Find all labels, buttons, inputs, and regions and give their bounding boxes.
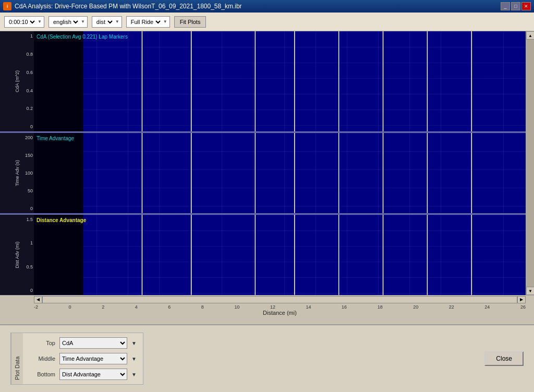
svg-rect-10 [34,133,526,213]
top-plot-label: Top [29,340,55,346]
x-axis-ticks: -2 0 2 4 6 8 10 12 14 16 18 20 22 24 26 [34,303,526,310]
x-tick-18: 18 [378,304,383,310]
unit-select[interactable]: english [51,18,80,26]
dist-tick-0: 0 [30,288,33,293]
window-controls: _ □ ✕ [501,2,531,10]
scroll-right-button[interactable]: ▶ [517,296,526,303]
x-tick-10: 10 [234,304,239,310]
plot-data-label: Plot Data [11,333,23,384]
time-dropdown[interactable]: 0:00:10 ▼ [4,16,44,28]
time-y-label: Time Adv (s) [15,160,20,186]
svg-rect-29 [34,215,83,295]
bottom-plot-row: Bottom CdA Time Advantage Dist Advantage… [29,369,137,380]
axis-dropdown-arrow: ▼ [115,19,119,24]
bottom-dropdown-arrow: ▼ [131,372,137,377]
cda-tick-02: 0.2 [26,106,33,111]
dist-y-axis: Dist Adv (mi) 1.5 1 0.5 0 [0,215,34,295]
cda-chart-row: CdA (m^2) 1 0.8 0.6 0.4 0.2 0 [0,31,526,131]
x-tick-12: 12 [270,304,275,310]
middle-plot-row: Middle CdA Time Advantage Dist Advantage… [29,353,137,364]
axis-select[interactable]: dist [94,18,114,26]
dist-tick-15: 1.5 [26,217,33,222]
app-icon: i [3,2,11,10]
x-axis-ticks-row: -2 0 2 4 6 8 10 12 14 16 18 20 22 24 26 [0,303,534,310]
scroll-thumb[interactable] [526,40,534,287]
time-chart-svg: Time Advantage [34,133,526,213]
minimize-button[interactable]: _ [501,2,510,10]
x-tick--2: -2 [34,304,38,310]
x-tick-24: 24 [484,304,490,310]
cda-chart-canvas[interactable]: CdA (Selection Avg 0.221) Lap Markers [34,31,526,131]
toolbar: 0:00:10 ▼ english ▼ dist ▼ Full Ride ▼ F… [0,13,534,31]
cda-chart-svg: CdA (Selection Avg 0.221) Lap Markers [34,31,526,131]
unit-dropdown-arrow: ▼ [81,19,85,24]
window-close-button[interactable]: ✕ [521,2,531,10]
middle-dropdown-arrow: ▼ [131,356,137,362]
range-select[interactable]: Full Ride [129,18,162,26]
top-plot-select[interactable]: CdA Time Advantage Dist Advantage [59,337,127,349]
x-tick-4: 4 [135,304,138,310]
bottom-panel: Plot Data Top CdA Time Advantage Dist Ad… [0,324,534,392]
top-dropdown-arrow: ▼ [131,340,137,346]
x-tick-16: 16 [342,304,347,310]
scroll-left-button[interactable]: ◀ [34,296,42,303]
time-select[interactable]: 0:00:10 [7,18,37,26]
x-tick-26: 26 [520,304,526,310]
maximize-button[interactable]: □ [511,2,520,10]
cda-tick-04: 0.4 [26,88,33,93]
plot-data-rows: Top CdA Time Advantage Dist Advantage ▼ … [23,333,143,384]
x-tick-14: 14 [306,304,311,310]
dist-chart-title: Distance Advantage [37,217,87,223]
x-tick-2: 2 [102,304,104,310]
time-tick-150: 150 [25,153,33,158]
middle-plot-label: Middle [29,356,55,362]
title-bar: i CdA Analysis: Drive-Force Based PM wit… [0,0,534,13]
time-dropdown-arrow: ▼ [38,19,42,24]
dist-y-label: Dist Adv (mi) [15,242,20,268]
charts-container: CdA (m^2) 1 0.8 0.6 0.4 0.2 0 [0,31,526,295]
time-advantage-chart-row: Time Adv (s) 200 150 100 50 0 [0,133,526,213]
range-dropdown-arrow: ▼ [163,19,167,24]
close-button[interactable]: Close [484,351,524,366]
unit-dropdown[interactable]: english ▼ [48,16,88,28]
axis-dropdown[interactable]: dist ▼ [92,16,122,28]
bottom-plot-select[interactable]: CdA Time Advantage Dist Advantage [59,369,127,380]
x-tick-20: 20 [413,304,418,310]
cda-tick-08: 0.8 [26,52,33,57]
cda-y-label: CdA (m^2) [15,70,20,92]
cda-chart-title: CdA (Selection Avg 0.221) Lap Markers [37,34,128,40]
dist-tick-05: 0.5 [26,264,33,270]
time-chart-canvas[interactable]: Time Advantage [34,133,526,213]
x-axis-area: -2 0 2 4 6 8 10 12 14 16 18 20 22 24 26 … [0,303,534,324]
fit-plots-button[interactable]: Fit Plots [174,16,207,28]
svg-rect-0 [34,31,526,131]
x-tick-0: 0 [69,304,71,310]
dist-chart-canvas[interactable]: Distance Advantage [34,215,526,295]
dist-advantage-chart-row: Dist Adv (mi) 1.5 1 0.5 0 [0,215,526,295]
x-tick-8: 8 [201,304,204,310]
x-axis-label: Distance (mi) [34,310,526,316]
dist-chart-svg: Distance Advantage [34,215,526,295]
cda-y-axis: CdA (m^2) 1 0.8 0.6 0.4 0.2 0 [0,31,34,131]
scroll-down-button[interactable]: ▼ [526,287,534,295]
svg-rect-19 [34,133,83,213]
range-dropdown[interactable]: Full Ride ▼ [126,16,170,28]
horizontal-scrollbar[interactable]: ◀ ▶ [0,295,534,303]
x-tick-6: 6 [168,304,171,310]
cda-tick-06: 0.6 [26,70,33,75]
top-plot-row: Top CdA Time Advantage Dist Advantage ▼ [29,337,137,349]
time-tick-0: 0 [30,206,33,211]
middle-plot-select[interactable]: CdA Time Advantage Dist Advantage [59,353,127,364]
time-chart-title: Time Advantage [37,136,74,141]
vertical-scrollbar[interactable]: ▲ ▼ [526,31,534,295]
plot-data-section: Plot Data Top CdA Time Advantage Dist Ad… [10,333,143,385]
scroll-track[interactable] [42,296,517,303]
time-y-axis: Time Adv (s) 200 150 100 50 0 [0,133,34,213]
time-tick-100: 100 [25,170,33,176]
svg-rect-20 [34,215,526,295]
dist-tick-1: 1 [30,240,33,246]
close-button-container: Close [484,351,524,366]
scroll-up-button[interactable]: ▲ [526,31,534,40]
time-tick-200: 200 [25,135,33,140]
cda-tick-0: 0 [30,124,33,129]
